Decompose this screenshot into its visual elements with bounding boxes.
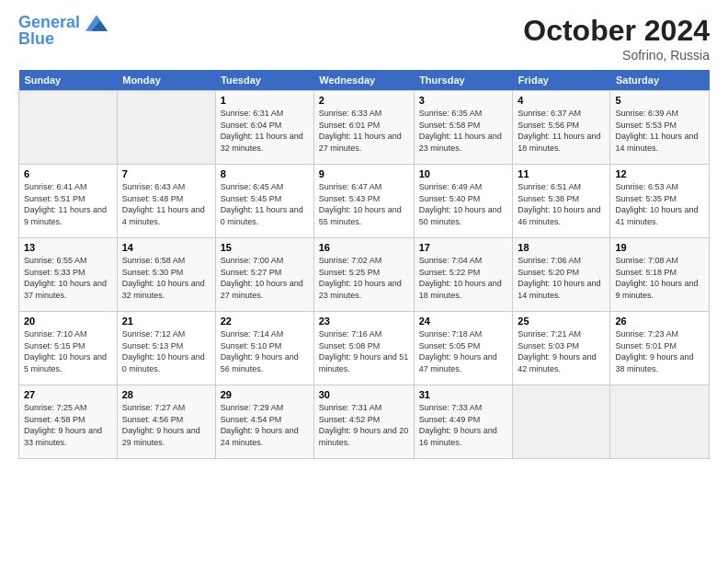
day-header-friday: Friday: [513, 70, 610, 91]
day-number: 16: [319, 242, 409, 253]
calendar-week-4: 20Sunrise: 7:10 AM Sunset: 5:15 PM Dayli…: [19, 312, 710, 385]
day-header-tuesday: Tuesday: [215, 70, 313, 91]
calendar-cell: 18Sunrise: 7:06 AM Sunset: 5:20 PM Dayli…: [513, 238, 610, 312]
day-number: 31: [419, 389, 508, 400]
calendar-cell: 23Sunrise: 7:16 AM Sunset: 5:08 PM Dayli…: [313, 312, 414, 385]
day-number: 26: [615, 316, 704, 327]
calendar-cell: [117, 91, 215, 165]
page-header: General Blue October 2024 Sofrino, Russi…: [18, 14, 710, 63]
day-number: 12: [615, 168, 704, 179]
day-number: 6: [24, 168, 112, 179]
day-info: Sunrise: 6:33 AM Sunset: 6:01 PM Dayligh…: [319, 108, 409, 154]
day-number: 11: [518, 168, 605, 179]
day-number: 24: [419, 316, 508, 327]
logo-text2: Blue: [18, 30, 108, 49]
calendar-cell: 6Sunrise: 6:41 AM Sunset: 5:51 PM Daylig…: [19, 165, 118, 238]
day-number: 20: [24, 316, 112, 327]
day-header-monday: Monday: [117, 70, 215, 91]
calendar-cell: 9Sunrise: 6:47 AM Sunset: 5:43 PM Daylig…: [313, 165, 414, 238]
calendar-cell: [19, 91, 118, 165]
day-info: Sunrise: 6:53 AM Sunset: 5:35 PM Dayligh…: [615, 181, 704, 227]
day-info: Sunrise: 6:49 AM Sunset: 5:40 PM Dayligh…: [419, 181, 508, 227]
calendar-cell: 26Sunrise: 7:23 AM Sunset: 5:01 PM Dayli…: [610, 312, 710, 385]
calendar-cell: 13Sunrise: 6:55 AM Sunset: 5:33 PM Dayli…: [19, 238, 118, 312]
logo: General Blue: [18, 14, 108, 49]
day-number: 29: [221, 389, 309, 400]
calendar-body: 1Sunrise: 6:31 AM Sunset: 6:04 PM Daylig…: [19, 91, 710, 459]
calendar-cell: 5Sunrise: 6:39 AM Sunset: 5:53 PM Daylig…: [610, 91, 710, 165]
day-info: Sunrise: 7:25 AM Sunset: 4:58 PM Dayligh…: [24, 402, 112, 448]
month-title: October 2024: [523, 14, 710, 48]
day-info: Sunrise: 7:16 AM Sunset: 5:08 PM Dayligh…: [319, 328, 409, 374]
day-number: 15: [221, 242, 309, 253]
day-info: Sunrise: 7:21 AM Sunset: 5:03 PM Dayligh…: [518, 328, 605, 374]
day-info: Sunrise: 6:55 AM Sunset: 5:33 PM Dayligh…: [24, 255, 112, 301]
calendar-week-5: 27Sunrise: 7:25 AM Sunset: 4:58 PM Dayli…: [19, 385, 710, 459]
day-number: 13: [24, 242, 112, 253]
day-header-sunday: Sunday: [19, 70, 118, 91]
day-info: Sunrise: 7:06 AM Sunset: 5:20 PM Dayligh…: [518, 255, 605, 301]
day-info: Sunrise: 7:27 AM Sunset: 4:56 PM Dayligh…: [122, 402, 210, 448]
calendar-cell: 22Sunrise: 7:14 AM Sunset: 5:10 PM Dayli…: [215, 312, 313, 385]
calendar-cell: 28Sunrise: 7:27 AM Sunset: 4:56 PM Dayli…: [117, 385, 215, 459]
day-number: 28: [122, 389, 210, 400]
calendar-table: SundayMondayTuesdayWednesdayThursdayFrid…: [18, 70, 710, 459]
calendar-cell: 31Sunrise: 7:33 AM Sunset: 4:49 PM Dayli…: [414, 385, 513, 459]
day-number: 21: [122, 316, 210, 327]
day-number: 18: [518, 242, 605, 253]
calendar-cell: 24Sunrise: 7:18 AM Sunset: 5:05 PM Dayli…: [414, 312, 513, 385]
calendar-cell: [610, 385, 710, 459]
calendar-week-2: 6Sunrise: 6:41 AM Sunset: 5:51 PM Daylig…: [19, 165, 710, 238]
day-info: Sunrise: 7:23 AM Sunset: 5:01 PM Dayligh…: [615, 328, 704, 374]
calendar-cell: 17Sunrise: 7:04 AM Sunset: 5:22 PM Dayli…: [414, 238, 513, 312]
day-number: 27: [24, 389, 112, 400]
day-info: Sunrise: 6:39 AM Sunset: 5:53 PM Dayligh…: [615, 108, 704, 154]
day-info: Sunrise: 6:31 AM Sunset: 6:04 PM Dayligh…: [221, 108, 309, 154]
day-number: 5: [615, 95, 704, 106]
day-number: 14: [122, 242, 210, 253]
day-info: Sunrise: 6:47 AM Sunset: 5:43 PM Dayligh…: [319, 181, 409, 227]
day-info: Sunrise: 6:37 AM Sunset: 5:56 PM Dayligh…: [518, 108, 605, 154]
day-number: 1: [221, 95, 309, 106]
calendar-cell: 8Sunrise: 6:45 AM Sunset: 5:45 PM Daylig…: [215, 165, 313, 238]
day-info: Sunrise: 7:02 AM Sunset: 5:25 PM Dayligh…: [319, 255, 409, 301]
calendar-cell: 2Sunrise: 6:33 AM Sunset: 6:01 PM Daylig…: [313, 91, 414, 165]
day-number: 8: [221, 168, 309, 179]
day-info: Sunrise: 7:18 AM Sunset: 5:05 PM Dayligh…: [419, 328, 508, 374]
day-number: 4: [518, 95, 605, 106]
day-number: 7: [122, 168, 210, 179]
calendar-cell: [513, 385, 610, 459]
location-subtitle: Sofrino, Russia: [523, 48, 710, 63]
day-header-wednesday: Wednesday: [313, 70, 414, 91]
calendar-cell: 12Sunrise: 6:53 AM Sunset: 5:35 PM Dayli…: [610, 165, 710, 238]
day-info: Sunrise: 7:04 AM Sunset: 5:22 PM Dayligh…: [419, 255, 508, 301]
day-info: Sunrise: 6:41 AM Sunset: 5:51 PM Dayligh…: [24, 181, 112, 227]
day-info: Sunrise: 7:33 AM Sunset: 4:49 PM Dayligh…: [419, 402, 508, 448]
day-info: Sunrise: 7:08 AM Sunset: 5:18 PM Dayligh…: [615, 255, 704, 301]
day-number: 10: [419, 168, 508, 179]
calendar-cell: 19Sunrise: 7:08 AM Sunset: 5:18 PM Dayli…: [610, 238, 710, 312]
day-info: Sunrise: 6:51 AM Sunset: 5:38 PM Dayligh…: [518, 181, 605, 227]
calendar-cell: 27Sunrise: 7:25 AM Sunset: 4:58 PM Dayli…: [19, 385, 118, 459]
calendar-cell: 29Sunrise: 7:29 AM Sunset: 4:54 PM Dayli…: [215, 385, 313, 459]
day-number: 19: [615, 242, 704, 253]
day-info: Sunrise: 7:12 AM Sunset: 5:13 PM Dayligh…: [122, 328, 210, 374]
day-info: Sunrise: 7:14 AM Sunset: 5:10 PM Dayligh…: [221, 328, 309, 374]
calendar-cell: 7Sunrise: 6:43 AM Sunset: 5:48 PM Daylig…: [117, 165, 215, 238]
calendar-cell: 21Sunrise: 7:12 AM Sunset: 5:13 PM Dayli…: [117, 312, 215, 385]
calendar-week-1: 1Sunrise: 6:31 AM Sunset: 6:04 PM Daylig…: [19, 91, 710, 165]
day-number: 2: [319, 95, 409, 106]
calendar-cell: 3Sunrise: 6:35 AM Sunset: 5:58 PM Daylig…: [414, 91, 513, 165]
day-info: Sunrise: 7:29 AM Sunset: 4:54 PM Dayligh…: [221, 402, 309, 448]
calendar-cell: 25Sunrise: 7:21 AM Sunset: 5:03 PM Dayli…: [513, 312, 610, 385]
day-info: Sunrise: 7:00 AM Sunset: 5:27 PM Dayligh…: [221, 255, 309, 301]
day-info: Sunrise: 6:43 AM Sunset: 5:48 PM Dayligh…: [122, 181, 210, 227]
day-number: 30: [319, 389, 409, 400]
calendar-cell: 1Sunrise: 6:31 AM Sunset: 6:04 PM Daylig…: [215, 91, 313, 165]
calendar-cell: 4Sunrise: 6:37 AM Sunset: 5:56 PM Daylig…: [513, 91, 610, 165]
day-number: 3: [419, 95, 508, 106]
calendar-header-row: SundayMondayTuesdayWednesdayThursdayFrid…: [19, 70, 710, 91]
calendar-cell: 15Sunrise: 7:00 AM Sunset: 5:27 PM Dayli…: [215, 238, 313, 312]
day-number: 25: [518, 316, 605, 327]
calendar-cell: 20Sunrise: 7:10 AM Sunset: 5:15 PM Dayli…: [19, 312, 118, 385]
